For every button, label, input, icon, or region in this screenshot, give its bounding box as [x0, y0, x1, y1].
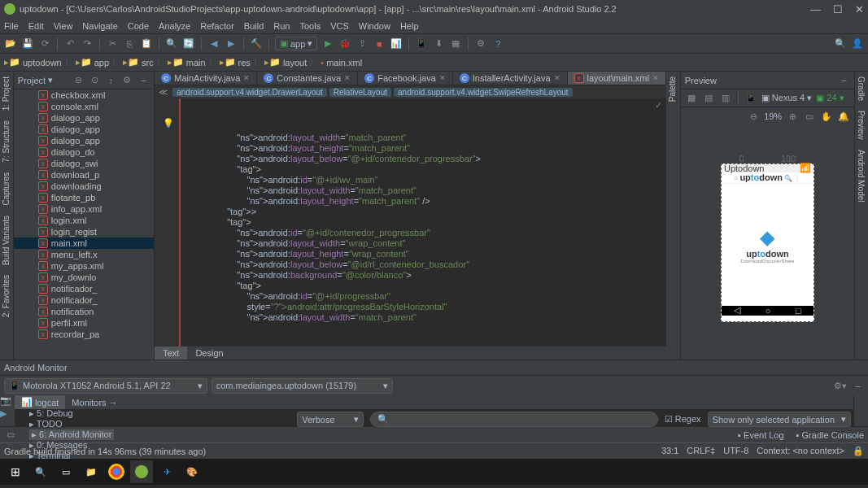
menu-analyze[interactable]: Analyze [159, 21, 190, 31]
xml-path-item[interactable]: RelativeLayout [329, 88, 391, 97]
refresh-icon[interactable]: ⟳ [38, 37, 51, 50]
menu-view[interactable]: View [54, 21, 73, 31]
breadcrumb-item[interactable]: ▸📁 uptodown [4, 57, 62, 68]
cut-icon[interactable]: ✂ [106, 37, 119, 50]
api-selector[interactable]: ▣ 24 ▾ [816, 93, 844, 103]
close-button[interactable]: ✕ [855, 3, 864, 15]
scroll-left-icon[interactable]: ≪ [159, 87, 168, 98]
find-icon[interactable]: 🔍 [165, 37, 178, 50]
xml-path-item[interactable]: android.support.v4.widget.DrawerLayout [172, 88, 327, 97]
file-tree-item[interactable]: xdialogo_app [14, 124, 154, 135]
menu-vcs[interactable]: VCS [330, 21, 349, 31]
code-editor[interactable]: ✓ "ns">android:layout_width="match_paren… [179, 98, 666, 346]
copy-icon[interactable]: ⎘ [123, 37, 136, 50]
side-tab-preview[interactable]: Preview [855, 106, 867, 145]
context[interactable]: Context: <no context> [757, 446, 844, 456]
file-tree-item[interactable]: xmain.xml [14, 237, 154, 249]
file-tree-item[interactable]: xflotante_pb [14, 192, 154, 203]
process-dropdown[interactable]: com.mediaingea.uptodown (15179)▾ [212, 378, 393, 394]
list-icon[interactable]: ▥ [719, 92, 732, 105]
file-tree-item[interactable]: xperfil.xml [14, 317, 154, 329]
file-tree-item[interactable]: xcheckbox.xml [14, 89, 154, 101]
menu-code[interactable]: Code [128, 21, 149, 31]
file-tree-item[interactable]: xlogin.xml [14, 215, 154, 226]
grid-icon[interactable]: ▤ [702, 92, 715, 105]
file-tree-item[interactable]: xdialogo_app [14, 112, 154, 124]
file-tree-item[interactable]: xmy_downlo [14, 272, 154, 283]
file-tree-item[interactable]: xdialogo_swi [14, 158, 154, 169]
menu-navigate[interactable]: Navigate [82, 21, 117, 31]
breadcrumb-item[interactable]: ▪ main.xml [321, 58, 362, 68]
breadcrumb-item[interactable]: ▸📁 app [76, 57, 109, 68]
windows-start-button[interactable]: ⊞ [4, 460, 27, 483]
sort-icon[interactable]: ↕ [104, 74, 117, 87]
file-tree-item[interactable]: xnotificador_ [14, 283, 154, 294]
device-dropdown[interactable]: 📱Motorola XT1052 Android 5.1, API 22▾ [4, 378, 207, 394]
android-studio-taskbar-icon[interactable] [130, 460, 153, 483]
xml-path-item[interactable]: android.support.v4.widget.SwipeRefreshLa… [394, 88, 573, 97]
side-tab-favorites[interactable]: 2: Favorites [0, 270, 12, 322]
layout-icon[interactable]: ▦ [449, 37, 462, 50]
cursor-position[interactable]: 33:1 [661, 446, 678, 456]
close-icon[interactable]: ✕ [439, 74, 446, 82]
close-icon[interactable]: ✕ [344, 74, 351, 82]
camera-icon[interactable]: 📷 [0, 395, 13, 408]
file-tree-item[interactable]: xnotificador_ [14, 294, 154, 306]
device-selector[interactable]: ▣ Nexus 4 ▾ [761, 93, 812, 103]
user-icon[interactable]: 👤 [851, 37, 864, 50]
chrome-icon[interactable] [105, 460, 128, 483]
side-tab-gradle[interactable]: Gradle [855, 72, 867, 106]
menu-window[interactable]: Window [359, 21, 390, 31]
menu-file[interactable]: File [4, 21, 19, 31]
minimize-button[interactable]: — [810, 3, 821, 15]
regex-checkbox[interactable]: ☑ Regex [665, 414, 701, 425]
palette-tab[interactable]: Palette [666, 72, 678, 107]
breadcrumb-item[interactable]: ▸📁 layout [264, 57, 307, 68]
filter-dropdown[interactable]: Show only selected application▾ [708, 412, 851, 427]
side-tab-buildvariants[interactable]: Build Variants [0, 211, 12, 270]
view-icon[interactable]: ▦ [685, 92, 698, 105]
forward-icon[interactable]: ▶ [225, 37, 238, 50]
file-tree-item[interactable]: xconsole.xml [14, 101, 154, 112]
paint-icon[interactable]: 🎨 [181, 460, 203, 483]
side-tab-structure[interactable]: 7: Structure [0, 115, 12, 168]
menu-tools[interactable]: Tools [299, 21, 321, 31]
run-config-dropdown[interactable]: ▣ app ▾ [275, 37, 317, 50]
fit-icon[interactable]: ▭ [803, 110, 816, 123]
project-view-dropdown[interactable]: Project [18, 76, 46, 85]
close-icon[interactable]: ✕ [243, 74, 250, 82]
settings-icon[interactable]: ⚙ [120, 74, 133, 87]
file-tree-item[interactable]: xmenu_left.x [14, 249, 154, 260]
settings-icon[interactable]: ⚙▾ [834, 379, 847, 392]
hide-icon[interactable]: ‒ [137, 74, 150, 87]
hide-icon[interactable]: ‒ [851, 379, 864, 392]
bottom-tab[interactable]: ▸ TODO [29, 419, 114, 429]
bottom-tab[interactable]: ▸ 6: Android Monitor [29, 429, 114, 440]
explorer-icon[interactable]: 📁 [80, 460, 103, 483]
text-tab[interactable]: Text [155, 346, 187, 359]
design-tab[interactable]: Design [187, 346, 231, 359]
toggle-icon[interactable]: ▭ [4, 429, 17, 442]
editor-tab[interactable]: xlayout\main.xml✕ [568, 72, 666, 85]
profile-icon[interactable]: 📊 [390, 37, 403, 50]
editor-tab[interactable]: CInstallerActivity.java✕ [453, 72, 568, 85]
logcat-tab[interactable]: 📊 logcat [15, 395, 65, 409]
avd-icon[interactable]: 📱 [415, 37, 428, 50]
menu-refactor[interactable]: Refactor [200, 21, 234, 31]
log-level-dropdown[interactable]: Verbose▾ [297, 412, 363, 427]
file-tree-item[interactable]: xdialogo_app [14, 135, 154, 146]
redo-icon[interactable]: ↷ [81, 37, 94, 50]
save-icon[interactable]: 💾 [21, 37, 34, 50]
breadcrumb-item[interactable]: ▸📁 main [168, 57, 206, 68]
telegram-icon[interactable]: ✈ [155, 460, 178, 483]
file-tree-item[interactable]: xinfo_app.xml [14, 203, 154, 215]
log-search-input[interactable]: 🔍 [370, 412, 658, 427]
file-tree-item[interactable]: xlogin_regist [14, 226, 154, 237]
lightbulb-icon[interactable]: 💡 [163, 118, 174, 129]
collapse-icon[interactable]: ⊖ [72, 74, 85, 87]
notifications-icon[interactable]: 🔔 [837, 110, 850, 123]
run-icon[interactable]: ▶ [321, 37, 334, 50]
bottom-tab[interactable]: ▪ Event Log [738, 430, 784, 440]
line-separator[interactable]: CRLF‡ [687, 446, 715, 456]
file-tree-item[interactable]: xmy_apps.xml [14, 260, 154, 272]
